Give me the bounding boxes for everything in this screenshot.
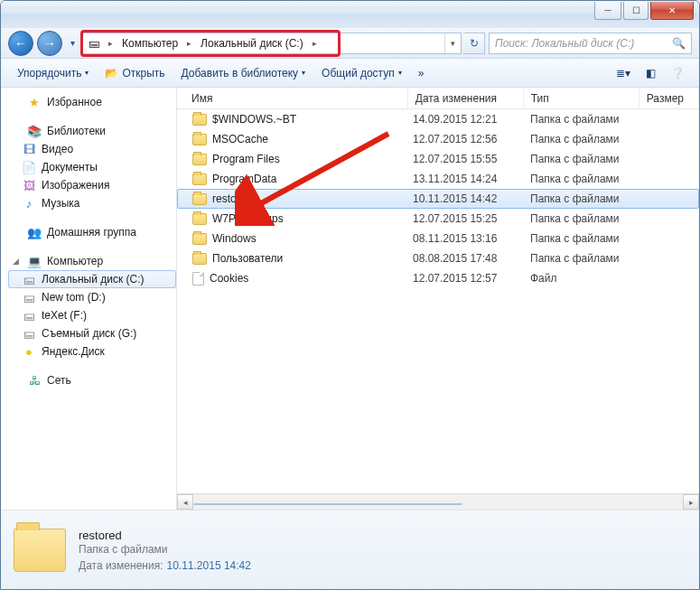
refresh-button[interactable]: ↻ [463, 33, 485, 54]
address-dropdown[interactable]: ▾ [444, 33, 461, 53]
details-name: restored [79, 529, 251, 542]
search-placeholder: Поиск: Локальный диск (C:) [495, 37, 634, 50]
file-rows[interactable]: $WINDOWS.~BT14.09.2015 12:21Папка с файл… [177, 109, 699, 493]
folder-icon [192, 253, 207, 265]
open-button[interactable]: 📂Открыть [98, 63, 172, 83]
view-icon: ≣ [616, 67, 625, 80]
column-name[interactable]: Имя [177, 88, 408, 108]
drive-icon: 🖴 [22, 290, 36, 304]
breadcrumb-computer[interactable]: Компьютер [117, 33, 183, 53]
view-button[interactable]: ≣▾ [611, 62, 636, 84]
path-sep-icon[interactable]: ▸ [105, 39, 117, 48]
details-type: Папка с файлами [79, 543, 251, 556]
file-date: 12.07.2015 15:25 [413, 212, 530, 225]
file-row[interactable]: restored10.11.2015 14:42Папка с файлами [177, 189, 699, 209]
scroll-right-button[interactable]: ▸ [683, 494, 699, 510]
file-name: Пользователи [212, 252, 283, 265]
back-icon: ← [14, 36, 27, 51]
file-name: restored [212, 192, 252, 205]
file-date: 12.07.2015 15:55 [413, 153, 530, 165]
nav-favorites[interactable]: ★Избранное [8, 93, 176, 111]
details-date-label: Дата изменения: [79, 559, 163, 572]
column-headers: Имя Дата изменения Тип Размер [177, 88, 699, 109]
share-button[interactable]: Общий доступ▾ [314, 63, 409, 83]
breadcrumb-drive[interactable]: Локальный диск (C:) [195, 33, 309, 53]
nav-yandex-disk[interactable]: ●Яндекс.Диск [8, 342, 176, 361]
nav-pane[interactable]: ★Избранное 📚Библиотеки 🎞Видео 📄Документы… [1, 88, 177, 510]
nav-video[interactable]: 🎞Видео [8, 140, 176, 158]
file-row[interactable]: Cookies12.07.2015 12:57Файл [177, 268, 699, 288]
nav-homegroup[interactable]: 👥Домашняя группа [8, 223, 176, 241]
preview-pane-button[interactable]: ◧ [638, 62, 663, 84]
toolbar: Упорядочить▾ 📂Открыть Добавить в библиот… [1, 59, 699, 88]
file-type: Папка с файлами [530, 173, 648, 185]
nav-libraries[interactable]: 📚Библиотеки [8, 122, 176, 140]
column-date[interactable]: Дата изменения [408, 88, 524, 108]
file-row[interactable]: $WINDOWS.~BT14.09.2015 12:21Папка с файл… [177, 109, 699, 129]
nav-documents[interactable]: 📄Документы [8, 158, 176, 176]
image-icon: 🖼 [22, 178, 36, 192]
path-sep-icon[interactable]: ▸ [183, 39, 195, 48]
nav-music[interactable]: ♪Музыка [8, 194, 176, 212]
close-icon: ✕ [668, 5, 676, 15]
folder-icon [192, 134, 207, 145]
nav-pictures[interactable]: 🖼Изображения [8, 176, 176, 194]
network-icon: 🖧 [27, 373, 42, 388]
nav-row: ← → ▾ 🖴 ▸ Компьютер ▸ Локальный диск (C:… [1, 28, 699, 59]
forward-button[interactable]: → [37, 31, 62, 56]
chevron-down-icon: ▾ [85, 69, 89, 77]
file-name: $WINDOWS.~BT [212, 113, 296, 126]
file-row[interactable]: W7P_Backups12.07.2015 15:25Папка с файла… [177, 209, 699, 229]
yandex-disk-icon: ● [22, 344, 36, 359]
help-button[interactable]: ❔ [665, 62, 690, 84]
address-bar[interactable]: 🖴 ▸ Компьютер ▸ Локальный диск (C:) ▸ ▾ [82, 33, 462, 54]
refresh-icon: ↻ [470, 37, 479, 50]
scroll-left-button[interactable]: ◂ [177, 494, 193, 510]
file-row[interactable]: Пользователи08.08.2015 17:48Папка с файл… [177, 248, 699, 268]
nav-network[interactable]: 🖧Сеть [8, 371, 176, 389]
computer-icon: 💻 [27, 254, 42, 268]
file-row[interactable]: MSOCache12.07.2015 12:56Папка с файлами [177, 129, 699, 149]
column-type[interactable]: Тип [524, 88, 639, 108]
file-row[interactable]: ProgramData13.11.2015 14:24Папка с файла… [177, 169, 699, 189]
file-row[interactable]: Windows08.11.2015 13:16Папка с файлами [177, 229, 699, 248]
nav-computer[interactable]: ◢💻Компьютер [8, 252, 176, 270]
organize-button[interactable]: Упорядочить▾ [10, 63, 96, 83]
help-icon: ❔ [671, 67, 685, 80]
search-input[interactable]: Поиск: Локальный диск (C:) 🔍 [489, 33, 692, 54]
toolbar-overflow[interactable]: » [411, 63, 432, 83]
file-date: 14.09.2015 12:21 [413, 113, 530, 126]
titlebar: ─ ☐ ✕ [1, 1, 699, 28]
column-size[interactable]: Размер [639, 88, 699, 108]
nav-drive-c[interactable]: 🖴Локальный диск (C:) [8, 270, 176, 288]
star-icon: ★ [27, 95, 42, 109]
music-icon: ♪ [22, 196, 36, 211]
file-row[interactable]: Program Files12.07.2015 15:55Папка с фай… [177, 149, 699, 169]
file-name: ProgramData [212, 173, 276, 185]
file-date: 08.11.2015 13:16 [413, 232, 530, 245]
drive-icon: 🖴 [22, 308, 36, 323]
back-button[interactable]: ← [8, 31, 33, 56]
horizontal-scrollbar[interactable]: ◂ ▸ [177, 493, 699, 510]
document-icon: 📄 [22, 160, 36, 174]
history-dropdown[interactable]: ▾ [66, 33, 79, 54]
add-to-library-button[interactable]: Добавить в библиотеку▾ [174, 63, 313, 83]
nav-drive-f[interactable]: 🖴teXet (F:) [8, 306, 176, 324]
minimize-button[interactable]: ─ [594, 2, 621, 20]
video-icon: 🎞 [22, 142, 36, 156]
file-icon [192, 272, 204, 286]
nav-drive-g[interactable]: 🖴Съемный диск (G:) [8, 324, 176, 342]
maximize-icon: ☐ [632, 5, 640, 15]
file-type: Папка с файлами [530, 153, 648, 165]
scroll-thumb[interactable] [193, 503, 462, 505]
close-button[interactable]: ✕ [650, 2, 694, 20]
forward-icon: → [43, 36, 56, 51]
nav-drive-d[interactable]: 🖴New tom (D:) [8, 288, 176, 306]
maximize-button[interactable]: ☐ [623, 2, 649, 20]
file-date: 13.11.2015 14:24 [413, 173, 530, 185]
folder-icon [192, 114, 207, 126]
file-date: 08.08.2015 17:48 [413, 252, 530, 265]
file-type: Папка с файлами [530, 113, 648, 126]
file-date: 12.07.2015 12:57 [413, 272, 530, 285]
path-sep-icon[interactable]: ▸ [309, 39, 321, 48]
